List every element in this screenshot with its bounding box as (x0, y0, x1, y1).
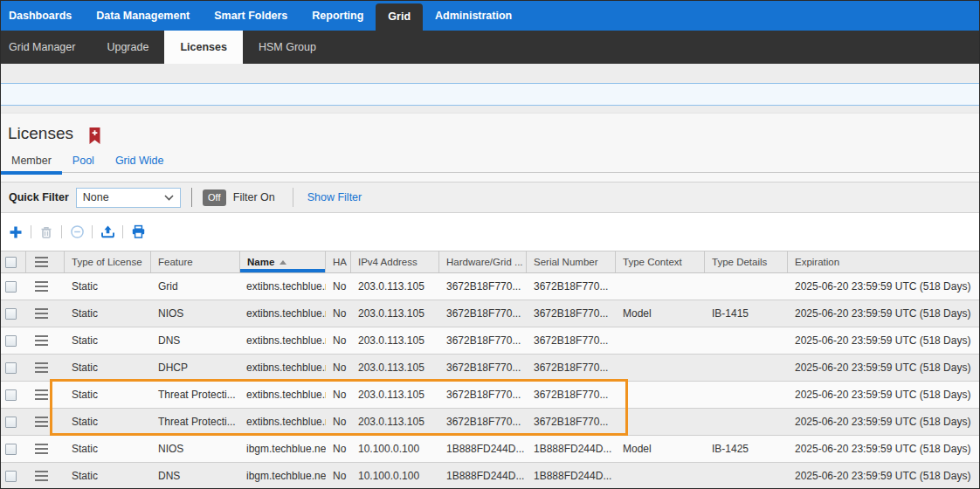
col-header-feature[interactable]: Feature (151, 251, 240, 272)
cell-ipv4-address: 203.0.113.105 (351, 273, 439, 300)
row-checkbox[interactable] (5, 389, 17, 401)
nav-item-dashboards[interactable]: Dashboards (1, 1, 84, 31)
divider (191, 188, 192, 207)
cell-ipv4-address: 203.0.113.105 (351, 382, 439, 408)
cell-type-of-license: Static (65, 327, 151, 354)
nav-item-grid[interactable]: Grid (376, 3, 423, 31)
row-checkbox[interactable] (5, 444, 17, 455)
cell-feature: NIOS (151, 436, 240, 462)
row-checkbox[interactable] (5, 362, 17, 374)
filter-on-label: Filter On (233, 191, 275, 203)
divider (92, 225, 93, 238)
col-header-ha[interactable]: HA (326, 251, 351, 272)
row-checkbox-cell (1, 273, 26, 300)
cell-type-details: IB-1415 (705, 300, 788, 327)
tab-pool[interactable]: Pool (62, 150, 105, 173)
col-header-hardware-grid[interactable]: Hardware/Grid ... (439, 251, 527, 272)
row-menu-icon[interactable] (35, 417, 48, 427)
subnav-item-grid-manager[interactable]: Grid Manager (1, 31, 91, 64)
cell-ha: No (326, 409, 351, 435)
cell-expiration: 2025-06-20 23:59:59 UTC (518 Days) (788, 436, 980, 462)
cell-type-context: Model (616, 436, 705, 462)
table-row[interactable]: Static DNS extibns.techblue.net No 203.0… (1, 327, 980, 355)
bookmark-add-icon[interactable] (89, 127, 100, 145)
row-menu-icon[interactable] (35, 308, 48, 319)
cell-serial-number: 3672B18F770... (527, 355, 616, 381)
row-checkbox[interactable] (5, 471, 17, 482)
table-row[interactable]: Static DNS ibgm.techblue.net No 10.100.0… (1, 463, 980, 489)
select-all-checkbox[interactable] (5, 257, 17, 268)
nav-item-reporting[interactable]: Reporting (300, 1, 376, 31)
table-header-row: Type of License Feature Name HA IPv4 Add… (1, 251, 980, 273)
col-header-expiration[interactable]: Expiration (788, 251, 980, 272)
row-checkbox[interactable] (5, 417, 17, 428)
cell-type-context: Model (616, 300, 705, 327)
cell-hardware-id: 3672B18F770... (439, 300, 527, 327)
exclude-icon[interactable] (68, 224, 86, 241)
row-menu-cell (26, 436, 65, 462)
nav-item-smart-folders[interactable]: Smart Folders (202, 1, 300, 31)
licenses-screen: Dashboards Data Management Smart Folders… (0, 0, 980, 489)
sort-indicator-bar (240, 269, 325, 272)
cell-serial-number: 3672B18F770... (527, 382, 616, 408)
show-filter-link[interactable]: Show Filter (307, 191, 362, 203)
divider (61, 225, 62, 238)
row-menu-icon[interactable] (35, 471, 48, 481)
cell-expiration: 2025-06-20 23:59:59 UTC (518 Days) (788, 327, 980, 354)
add-icon[interactable] (7, 224, 24, 241)
nav-item-administration[interactable]: Administration (423, 1, 524, 31)
cell-name: extibns.techblue.net (240, 382, 326, 408)
cell-serial-number: 1B888FD244D... (527, 436, 616, 462)
cell-feature: Grid (151, 273, 240, 300)
row-checkbox-cell (1, 355, 26, 381)
cell-ipv4-address: 10.100.0.100 (351, 436, 439, 462)
cell-type-details (705, 355, 788, 381)
print-icon[interactable] (129, 224, 147, 241)
subnav-item-hsm-group[interactable]: HSM Group (243, 31, 332, 64)
row-menu-cell (26, 382, 65, 408)
main-nav: Dashboards Data Management Smart Folders… (1, 1, 980, 31)
col-header-serial-number[interactable]: Serial Number (527, 251, 616, 272)
col-header-ipv4-address[interactable]: IPv4 Address (351, 251, 439, 272)
tab-member[interactable]: Member (1, 150, 62, 173)
row-menu-icon[interactable] (35, 444, 48, 454)
cell-ipv4-address: 203.0.113.105 (351, 355, 439, 381)
row-menu-cell (26, 409, 65, 435)
cell-ha: No (326, 300, 351, 327)
col-header-type-details[interactable]: Type Details (705, 251, 788, 272)
col-header-name[interactable]: Name (240, 251, 326, 272)
row-menu-icon[interactable] (35, 335, 48, 346)
upload-icon[interactable] (99, 224, 116, 241)
row-menu-icon[interactable] (35, 362, 48, 373)
subnav-item-licenses[interactable]: Licenses (164, 31, 243, 64)
cell-type-details (705, 327, 788, 354)
delete-icon[interactable] (38, 224, 55, 241)
table-row[interactable]: Static NIOS extibns.techblue.net No 203.… (1, 300, 980, 327)
row-checkbox[interactable] (5, 335, 17, 347)
notification-band (1, 83, 980, 106)
cell-name: ibgm.techblue.net (240, 463, 326, 489)
cell-type-context (616, 327, 705, 354)
table-row[interactable]: Static Grid extibns.techblue.net No 203.… (1, 273, 980, 300)
row-menu-icon[interactable] (35, 389, 48, 400)
col-header-type-context[interactable]: Type Context (616, 251, 705, 272)
table-row[interactable]: Static DHCP extibns.techblue.net No 203.… (1, 355, 980, 382)
row-checkbox[interactable] (5, 281, 17, 293)
row-menu-icon[interactable] (35, 281, 48, 292)
nav-item-data-management[interactable]: Data Management (84, 1, 202, 31)
table-row[interactable]: Static Threat Protecti... extibns.techbl… (1, 409, 980, 436)
cell-serial-number: 3672B18F770... (527, 273, 616, 300)
quick-filter-select[interactable]: None (76, 188, 181, 208)
cell-type-context (616, 382, 705, 408)
row-checkbox[interactable] (5, 308, 17, 320)
table-row[interactable]: Static Threat Protecti... extibns.techbl… (1, 382, 980, 409)
tab-grid-wide[interactable]: Grid Wide (105, 150, 175, 173)
menu-icon[interactable] (35, 257, 48, 267)
filter-toggle-button[interactable]: Off (203, 189, 226, 206)
col-header-type-of-license[interactable]: Type of License (65, 251, 151, 272)
cell-type-context (616, 409, 705, 435)
table-row[interactable]: Static NIOS ibgm.techblue.net No 10.100.… (1, 436, 980, 463)
table-toolbar (1, 213, 980, 251)
quick-filter-bar: Quick Filter None Off Filter On Show Fil… (1, 182, 980, 213)
subnav-item-upgrade[interactable]: Upgrade (91, 31, 164, 64)
